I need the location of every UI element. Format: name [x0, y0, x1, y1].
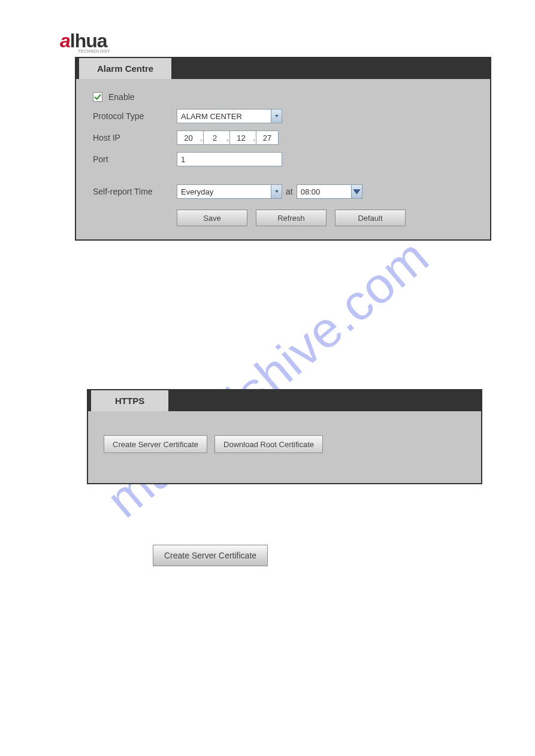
self-report-time-label: Self-report Time [93, 187, 177, 196]
self-report-time-value: 08:00 [301, 187, 321, 196]
self-report-day-value: Everyday [181, 187, 213, 196]
protocol-type-value: ALARM CENTER [181, 112, 242, 121]
host-ip-input[interactable]: . . . [177, 130, 279, 145]
brand-subtitle: TECHNOLOGY [78, 49, 110, 53]
enable-checkbox[interactable] [93, 92, 102, 102]
protocol-type-label: Protocol Type [93, 111, 177, 121]
self-report-day-select[interactable]: Everyday [177, 184, 282, 199]
save-button[interactable]: Save [177, 210, 247, 226]
self-report-time-select[interactable]: 08:00 [297, 184, 362, 199]
chevron-down-icon [351, 185, 362, 198]
enable-label: Enable [108, 92, 135, 102]
ip-octet-3[interactable] [229, 130, 252, 145]
refresh-button[interactable]: Refresh [256, 210, 327, 226]
ip-octet-2[interactable] [203, 130, 226, 145]
panel-header-bar: HTTPS [88, 390, 481, 411]
protocol-type-select[interactable]: ALARM CENTER [177, 109, 282, 123]
tab-https[interactable]: HTTPS [91, 390, 168, 411]
default-button[interactable]: Default [335, 210, 406, 226]
chevron-down-icon [271, 185, 282, 198]
ip-octet-1[interactable] [177, 130, 200, 145]
alarm-centre-panel: Alarm Centre Enable Protocol Type ALARM … [75, 57, 491, 241]
at-label: at [286, 187, 293, 196]
download-root-certificate-button[interactable]: Download Root Certificate [214, 435, 323, 453]
host-ip-label: Host IP [93, 133, 177, 142]
port-input[interactable] [177, 152, 282, 166]
create-server-certificate-button-standalone[interactable]: Create Server Certificate [153, 545, 268, 566]
tab-alarm-centre[interactable]: Alarm Centre [79, 58, 171, 79]
ip-octet-4[interactable] [256, 130, 279, 145]
create-server-certificate-button[interactable]: Create Server Certificate [104, 435, 207, 453]
panel-header-bar: Alarm Centre [76, 58, 490, 79]
https-panel: HTTPS Create Server Certificate Download… [87, 389, 482, 484]
chevron-down-icon [271, 110, 282, 123]
port-label: Port [93, 154, 177, 164]
